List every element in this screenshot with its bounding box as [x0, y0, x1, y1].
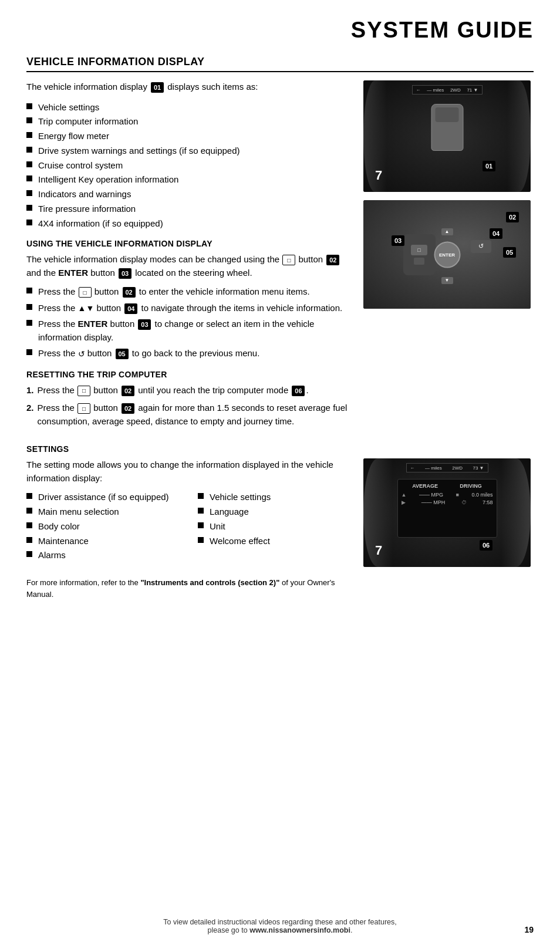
up-arrow: ▲ [445, 229, 450, 234]
btn-label: □ [417, 247, 420, 253]
trip-display: AVERAGE DRIVING ▲ —— MPG ■ 0.0 miles ▶ —… [397, 479, 497, 538]
btn-up: ▲ [441, 228, 453, 235]
intro-badge: 01 [151, 82, 164, 93]
settings-columns: Driver assistance (if so equipped) Main … [26, 491, 352, 570]
trip-mpg-val: —— MPG [419, 492, 443, 498]
btn-cluster-top: □ [411, 245, 427, 255]
intro-text-a: The vehicle information display [26, 82, 147, 92]
bullet-list: Vehicle settings Trip computer informati… [26, 101, 352, 230]
enter-label: ENTER [58, 268, 88, 278]
settings-list-1: Driver assistance (if so equipped) Main … [26, 491, 180, 562]
press-item-1: Press the □ button 02 to enter the vehic… [26, 285, 352, 299]
footer-line-1: To view detailed instructional videos re… [0, 918, 560, 926]
list-item: Maintenance [26, 535, 180, 548]
trip-r-icon: ■ [456, 492, 459, 498]
footer-period: . [350, 926, 352, 934]
btn-down: ▼ [441, 277, 453, 284]
bullet-icon [26, 161, 32, 167]
page-number: 19 [524, 925, 534, 934]
list-item: Cruise control system [26, 159, 352, 172]
press-item-4: Press the ↺ button 05 to go back to the … [26, 347, 352, 360]
trip-clock-icon: ⏱ [461, 499, 467, 505]
list-item: Unit [198, 520, 352, 533]
bullet-icon [26, 220, 32, 225]
img-badge-01: 01 [483, 161, 495, 171]
screenshot-3: ← — miles 2WD 73 ▼ AVERAGE DRIVING ▲ —— … [363, 458, 531, 567]
using-para: The vehicle information display modes ca… [26, 253, 352, 279]
bullet-icon [198, 508, 204, 514]
list-item: Indicators and warnings [26, 188, 352, 201]
trip-bar-73: 73 ▼ [473, 465, 484, 471]
enter-text: ENTER [439, 252, 455, 257]
bullet-icon [26, 288, 32, 293]
footer-goto: please go to [208, 926, 248, 934]
bullet-icon [26, 493, 32, 499]
step-1: 1. Press the □ button 02 until you reach… [26, 384, 352, 397]
bullet-icon [26, 508, 32, 514]
trip-row-1: ▲ —— MPG ■ 0.0 miles [402, 492, 493, 498]
img-badge-02: 02 [506, 212, 519, 222]
badge-02b: 02 [123, 287, 136, 298]
list-item: Energy flow meter [26, 130, 352, 143]
footer-line-2: please go to www.nissanownersinfo.mobi. [0, 926, 560, 934]
trip-avg: AVERAGE [412, 483, 438, 489]
press-item-2: Press the ▲▼ button 04 to navigate throu… [26, 302, 352, 315]
intro-paragraph: The vehicle information display 01 displ… [26, 80, 352, 94]
footer-note: For more information, refer to the "Inst… [26, 577, 352, 600]
step-num-2: 2. [26, 401, 34, 415]
list-item: Vehicle settings [198, 491, 352, 504]
badge-03b: 03 [138, 319, 151, 330]
trip-headers: AVERAGE DRIVING [402, 483, 493, 489]
trip-mph-icon: ▶ [402, 499, 406, 505]
steering-area: □ ENTER ▲ ▼ [403, 222, 491, 287]
footer-note-a: For more information, refer to the [26, 578, 139, 587]
list-item: Vehicle settings [26, 101, 352, 114]
bullet-icon [26, 304, 32, 310]
bullet-icon [26, 551, 32, 557]
button-icon-display: □ [282, 255, 295, 265]
bullet-icon [26, 147, 32, 153]
screenshot-2: □ ENTER ▲ ▼ [363, 200, 531, 309]
trip-bar-2wd: 2WD [452, 465, 463, 471]
button-icon-1: □ [79, 287, 92, 298]
list-item: Tire pressure information [26, 202, 352, 215]
resetting-subheading: RESETTING THE TRIP COMPUTER [26, 370, 352, 379]
top-bar-2wd: 2WD [450, 87, 461, 93]
screenshot-3-container: ← — miles 2WD 73 ▼ AVERAGE DRIVING ▲ —— … [363, 458, 534, 612]
settings-col-1: Driver assistance (if so equipped) Main … [26, 491, 180, 570]
bullet-icon [198, 537, 204, 543]
page-container: SYSTEM GUIDE VEHICLE INFORMATION DISPLAY… [0, 0, 560, 952]
back-icon: ↺ [78, 348, 85, 360]
badge-05: 05 [116, 349, 129, 359]
trip-speed-7: 7 [375, 543, 382, 558]
trip-row-2: ▶ —— MPH ⏱ 7:58 [402, 499, 493, 505]
top-bar-miles: — miles [427, 87, 444, 93]
section-heading: VEHICLE INFORMATION DISPLAY [26, 56, 534, 72]
bullet-icon [26, 349, 32, 355]
badge-06a: 06 [292, 386, 305, 396]
settings-col-2: Vehicle settings Language Unit Welcome e… [198, 491, 352, 570]
car-roof [436, 107, 459, 122]
button-icon-2: □ [77, 386, 90, 396]
settings-content: The setting mode allows you to change th… [26, 458, 534, 612]
bullet-icon [26, 190, 32, 196]
left-cluster: □ [403, 234, 436, 275]
enter-bold: ENTER [78, 319, 108, 329]
bullet-icon [26, 522, 32, 528]
top-bar-arrow: ← [416, 87, 421, 93]
top-bar-speed: 71 ▼ [467, 87, 478, 93]
settings-left: The setting mode allows you to change th… [26, 458, 352, 612]
list-item: 4X4 information (if so equipped) [26, 217, 352, 230]
trip-time-val: 7:58 [483, 499, 493, 505]
badge-04: 04 [124, 303, 137, 314]
trip-top-bar: ← — miles 2WD 73 ▼ [406, 463, 488, 472]
badge-02d: 02 [122, 403, 134, 414]
list-item: Drive system warnings and settings (if s… [26, 144, 352, 157]
bullet-icon [198, 522, 204, 528]
back-button: ↺ [471, 240, 491, 253]
badge-02a: 02 [326, 255, 339, 265]
left-column: The vehicle information display 01 displ… [26, 80, 352, 434]
bullet-icon [26, 175, 32, 181]
press-item-3: Press the ENTER button 03 to change or s… [26, 318, 352, 344]
enter-button: ENTER [434, 241, 460, 268]
